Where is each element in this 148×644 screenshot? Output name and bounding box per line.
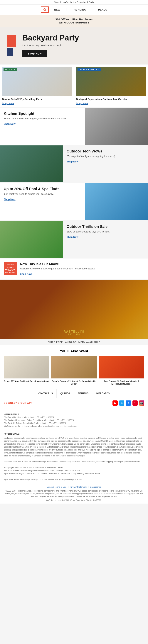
tsv-badge-line4: One-Day Price [5, 272, 16, 274]
pool-content: Up to 20% Off Pool & Spa Finds Just what… [0, 183, 85, 220]
spotlight-desc: Fire up that barbecue with grills, smoke… [4, 117, 81, 120]
kitchen-spotlight: Kitchen Spotlight Fire up that barbecue … [0, 108, 148, 145]
pool-image [85, 183, 148, 220]
tsv-section: TODAY'S SPECIAL VALUE™ One-Day Price Now… [0, 258, 148, 279]
tsv-badge-line1: TODAY'S [5, 264, 16, 266]
hero-cta-button[interactable]: Shop Now [22, 50, 47, 57]
pool-cta[interactable]: Shop Now [4, 198, 16, 201]
thrills-desc: Save on take-it-outside toys thru tonigh… [67, 230, 144, 233]
also-want-item-dyson: Dyson TP7A Air Purifier & Fan with Auto-… [4, 356, 49, 385]
also-want-grid: Dyson TP7A Air Purifier & Fan with Auto-… [4, 356, 144, 385]
nav-divider-2: | [92, 8, 92, 11]
spotlight-title: Kitchen Spotlight [4, 112, 81, 116]
fine-print-line1: •The Bernini Big Deal™ offer ends at 11:… [4, 416, 144, 419]
terms-link[interactable]: General Terms of Use [47, 486, 66, 488]
product-title-fans: Bernini Set of 2 Fly-Repelling Fans [2, 98, 72, 100]
also-want-image-cookies [51, 356, 97, 378]
fine-print-line3: •The Rastelli's Today's Special Value® o… [4, 422, 144, 425]
pool-desc: Just what you need to bubble your cares … [4, 192, 81, 195]
nav-deals[interactable]: DEALS [98, 8, 107, 11]
promo-body: Valid promo codes may be used towards qu… [4, 437, 144, 457]
facebook-icon[interactable]: f [126, 400, 131, 406]
search-button[interactable] [41, 6, 49, 13]
fine-print-section: *OFFER DETAILS: •The Bernini Big Deal™ o… [0, 408, 148, 484]
fine-print-email2: Visit Email Preferences to review your e… [4, 469, 144, 472]
product-card-fans: BIG DEAL™ Bernini Set of 2 Fly-Repelling… [0, 65, 74, 107]
outdoor-tech-section: Outdoor Tech Wows (To keep that backyard… [0, 146, 148, 182]
thrills-image [0, 221, 63, 258]
nav-new[interactable]: NEW [54, 8, 60, 11]
svg-line-1 [45, 10, 46, 11]
also-want-image-roar [99, 356, 144, 378]
tsv-title: Now This Is a Cut Above [20, 262, 95, 266]
ships-free-text: SHIPS FREE | AUTO-DELIVERY AVAILABLE [48, 341, 100, 344]
fine-print-email1: Add qvc@bc.permmail.com to your address … [4, 466, 144, 469]
hero-content: Backyard Party Let the sunny celebration… [22, 34, 140, 57]
download-app-section: DOWNLOAD OUR APP ▶ 𝕏 f 𝓟 📷 [0, 398, 148, 408]
outdoor-tech-title: Outdoor Tech Wows [67, 149, 144, 154]
thrills-cta[interactable]: Shop Now [67, 236, 78, 238]
outdoor-tech-desc: (To keep that backyard bash going for ho… [67, 155, 144, 158]
offer-details-header: *OFFER DETAILS: [4, 413, 144, 416]
hero-shape-blue [8, 48, 13, 56]
fine-print-optout: If you opted into emails via https://plu… [4, 478, 144, 481]
nav-trending[interactable]: TRENDING [72, 8, 86, 11]
product-image-gazebo: ONLINE SPECIAL DEAL [76, 67, 146, 96]
also-want-title-roar: Roar Organic 12 Bottles of Vitamin & Ele… [99, 380, 144, 385]
footer-address: QVC, Inc. is located at 1200 Wilson Driv… [4, 499, 144, 502]
hero-decoration [8, 35, 16, 56]
footer-link-giftcards[interactable]: GIFT CARDS [92, 389, 113, 398]
search-icon [43, 8, 46, 11]
shop-now-gazebo[interactable]: Shop Now [76, 102, 88, 105]
fine-print-line4: •QVC® reserves the right to extend price… [4, 425, 144, 428]
top-bar-text: Shop Sunny-Celebration Essentials & Deal… [54, 1, 94, 3]
pool-spa-section: Up to 20% Off Pool & Spa Finds Just what… [0, 183, 148, 220]
hero-shape-orange [8, 35, 16, 47]
privacy-link[interactable]: Privacy Statement [70, 486, 86, 488]
spotlight-cta[interactable]: Shop Now [4, 122, 16, 125]
also-want-title: You'll Also Want [4, 349, 144, 353]
also-want-section: You'll Also Want Dyson TP7A Air Purifier… [0, 346, 148, 389]
top-bar: Shop Sunny-Celebration Essentials & Deal… [0, 0, 148, 4]
outdoor-tech-content: Outdoor Tech Wows (To keep that backyard… [63, 146, 148, 182]
shop-now-fans[interactable]: Shop Now [2, 102, 14, 105]
footer-bottom: General Terms of Use | Privacy Statement… [0, 484, 148, 504]
product-grid: BIG DEAL™ Bernini Set of 2 Fly-Repelling… [0, 65, 148, 107]
tsv-desc: Rastelli's Choice of Black Angus Beef or… [20, 267, 95, 270]
spotlight-text: Kitchen Spotlight Fire up that barbecue … [0, 108, 85, 145]
fine-print-prices: Prices and show date & times are subject… [4, 460, 144, 463]
product-card-gazebo: ONLINE SPECIAL DEAL Backyard Expressions… [74, 65, 148, 107]
fine-print-line2: •The Backyard Expressions Online Special… [4, 419, 144, 422]
footer-link-returns[interactable]: RETURNS [74, 389, 92, 398]
ships-free-banner: SHIPS FREE | AUTO-DELIVERY AVAILABLE [0, 339, 148, 346]
unsubscribe-link[interactable]: Unsubscribe [90, 486, 101, 488]
promo-code: WITH CODE SURPRISE [3, 21, 145, 24]
pinterest-icon[interactable]: 𝓟 [132, 400, 138, 406]
promo-text: $10 Off Your First Purchase* [3, 18, 145, 21]
spotlight-image [85, 108, 148, 145]
pool-title: Up to 20% Off Pool & Spa Finds [4, 187, 81, 191]
promo-details-header: *OFFER DETAILS: [4, 432, 144, 436]
tsv-cta[interactable]: Shop Now [20, 272, 32, 275]
social-icons: ▶ 𝕏 f 𝓟 📷 [112, 400, 144, 406]
product-image-fans: BIG DEAL™ [2, 67, 72, 96]
hero-subtitle: Let the sunny celebrations begin. [22, 44, 140, 47]
fine-print-email3: If you do not have a QVC customer accoun… [4, 472, 144, 475]
also-want-item-roar: Roar Organic 12 Bottles of Vitamin & Ele… [99, 356, 144, 385]
outdoor-tech-cta[interactable]: Shop Now [67, 160, 78, 163]
hero-section: Backyard Party Let the sunny celebration… [0, 27, 148, 64]
also-want-item-cookies: David's Cookies 112 Count Preformed Cook… [51, 356, 97, 385]
download-app-text: DOWNLOAD OUR APP [4, 402, 33, 404]
outdoor-tech-image [0, 146, 63, 182]
youtube-icon[interactable]: ▶ [112, 400, 118, 406]
instagram-icon[interactable]: 📷 [139, 400, 144, 406]
copyright-text: ©2023 QVC. The brand names, logos, tagli… [4, 490, 144, 498]
rastelli-logo: RASTELLI'S EST. 1974 [64, 330, 85, 336]
hero-title: Backyard Party [22, 34, 140, 42]
footer-link-contact[interactable]: CONTACT US [35, 389, 57, 398]
tsv-badge-line3: VALUE™ [5, 268, 16, 272]
twitter-icon[interactable]: 𝕏 [119, 400, 124, 406]
thrills-title: Outdoor Thrills on Sale [67, 224, 144, 229]
footer-link-qcard[interactable]: QCARD® [57, 389, 74, 398]
product-badge-gazebo: ONLINE SPECIAL DEAL [78, 68, 101, 71]
